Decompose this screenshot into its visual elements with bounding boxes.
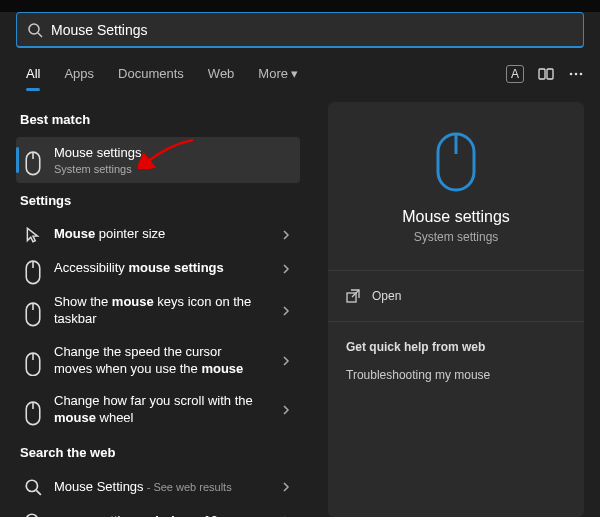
svg-point-6 <box>580 72 583 75</box>
mouse-icon <box>24 352 42 370</box>
chevron-right-icon <box>280 404 292 416</box>
chevron-right-icon <box>280 263 292 275</box>
open-icon <box>346 289 360 303</box>
svg-line-1 <box>38 33 42 37</box>
more-options-icon[interactable] <box>568 66 584 82</box>
chevron-right-icon <box>280 305 292 317</box>
open-action[interactable]: Open <box>328 279 584 313</box>
separator <box>328 270 584 271</box>
mouse-icon <box>24 302 42 320</box>
results-panel: Best match Mouse settings System setting… <box>16 102 300 517</box>
tab-apps[interactable]: Apps <box>54 60 104 87</box>
search-web-heading: Search the web <box>20 445 296 460</box>
help-heading: Get quick help from web <box>328 330 584 360</box>
help-link-troubleshoot[interactable]: Troubleshooting my mouse <box>328 360 584 390</box>
tab-more[interactable]: More▾ <box>248 60 308 87</box>
detail-panel: Mouse settings System settings Open Get … <box>328 102 584 517</box>
open-label: Open <box>372 289 401 303</box>
result-cursor-speed[interactable]: Change the speed the cursormoves when yo… <box>16 336 300 386</box>
pointer-icon <box>24 226 42 244</box>
account-icon[interactable]: A <box>506 65 524 83</box>
svg-point-17 <box>26 480 37 491</box>
search-icon <box>24 478 42 496</box>
separator <box>328 321 584 322</box>
mouse-icon <box>24 260 42 278</box>
result-web-mouse-settings[interactable]: Mouse Settings - See web results <box>16 470 300 504</box>
result-title: Change how far you scroll with themouse … <box>54 393 274 427</box>
result-mouse-pointer-size[interactable]: Mouse pointer size <box>16 218 300 252</box>
svg-point-5 <box>575 72 578 75</box>
result-title: mouse settings windows 10 <box>54 513 274 517</box>
search-icon <box>27 22 43 38</box>
svg-line-18 <box>36 491 41 496</box>
tabs-row: All Apps Documents Web More▾ A <box>0 48 600 92</box>
mouse-icon-large <box>432 130 480 194</box>
search-bar[interactable] <box>16 12 584 48</box>
chevron-down-icon: ▾ <box>291 66 298 81</box>
mouse-icon <box>24 151 42 169</box>
detail-title: Mouse settings <box>402 208 510 226</box>
svg-point-4 <box>570 72 573 75</box>
search-input[interactable] <box>51 22 583 38</box>
result-subtitle: System settings <box>54 163 292 175</box>
detail-subtitle: System settings <box>414 230 499 244</box>
tab-all[interactable]: All <box>16 60 50 87</box>
best-match-heading: Best match <box>20 112 296 127</box>
chevron-right-icon <box>280 229 292 241</box>
result-scroll-wheel[interactable]: Change how far you scroll with themouse … <box>16 385 300 435</box>
result-accessibility-mouse[interactable]: Accessibility mouse settings <box>16 252 300 286</box>
chevron-right-icon <box>280 355 292 367</box>
mouse-icon <box>24 401 42 419</box>
result-title: Accessibility mouse settings <box>54 260 274 277</box>
result-title: Mouse pointer size <box>54 226 274 243</box>
result-web-windows10[interactable]: mouse settings windows 10 <box>16 504 300 517</box>
settings-heading: Settings <box>20 193 296 208</box>
svg-point-0 <box>29 24 39 34</box>
tab-web[interactable]: Web <box>198 60 245 87</box>
result-title: Change the speed the cursormoves when yo… <box>54 344 274 378</box>
search-icon <box>24 512 42 517</box>
tab-documents[interactable]: Documents <box>108 60 194 87</box>
svg-rect-2 <box>539 69 545 79</box>
svg-rect-3 <box>547 69 553 79</box>
result-title: Mouse settings <box>54 145 292 162</box>
chevron-right-icon <box>280 481 292 493</box>
preview-icon[interactable] <box>538 66 554 82</box>
result-title: Mouse Settings - See web results <box>54 479 274 496</box>
result-mouse-keys-icon[interactable]: Show the mouse keys icon on thetaskbar <box>16 286 300 336</box>
result-best-match[interactable]: Mouse settings System settings <box>16 137 300 183</box>
result-title: Show the mouse keys icon on thetaskbar <box>54 294 274 328</box>
